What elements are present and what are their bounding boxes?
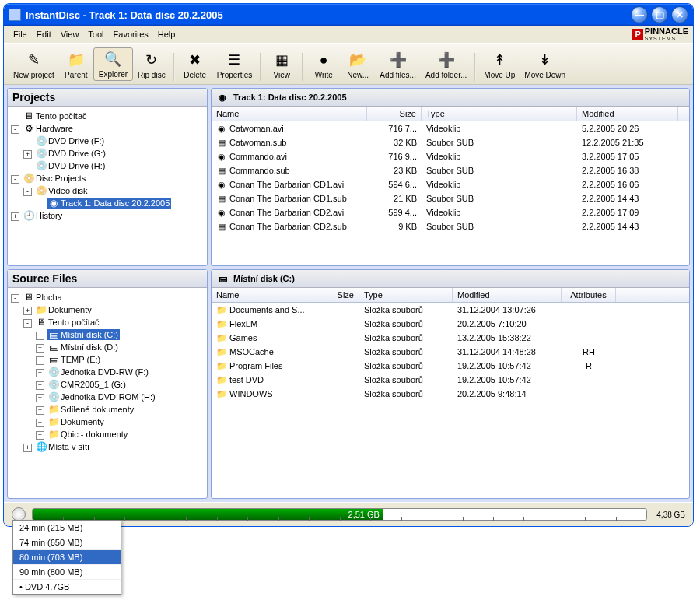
toolbar-add-files-[interactable]: ➕Add files... bbox=[375, 49, 421, 81]
col-name[interactable]: Name bbox=[212, 107, 367, 121]
list-row[interactable]: 📁FlexLMSložka souborů20.2.2005 7:10:20 bbox=[212, 317, 689, 331]
tree-node[interactable]: 📀Disc Projects bbox=[22, 173, 87, 184]
tree-node[interactable]: 📁Dokumenty bbox=[34, 304, 93, 315]
toolbar-parent[interactable]: 📁Parent bbox=[59, 49, 93, 81]
tree-expander[interactable]: + bbox=[36, 431, 44, 440]
col-modified[interactable]: Modified bbox=[453, 288, 562, 302]
tree-node[interactable]: 🖥Plocha bbox=[22, 292, 64, 303]
tree-expander[interactable]: + bbox=[36, 381, 44, 390]
tree-node[interactable]: 🖴Místní disk (D:) bbox=[47, 342, 120, 353]
node-icon: ⚙ bbox=[23, 123, 34, 134]
toolbar-properties[interactable]: ☰Properties bbox=[212, 49, 257, 81]
tree-node[interactable]: 📀Video disk bbox=[34, 185, 89, 196]
close-button[interactable]: ✕ bbox=[671, 6, 688, 23]
tree-node[interactable]: 💿DVD Drive (H:) bbox=[34, 160, 107, 171]
toolbar-explorer[interactable]: 🔍Explorer bbox=[93, 47, 133, 81]
menu-tool[interactable]: Tool bbox=[83, 28, 108, 40]
drive-icon: 🖴 bbox=[216, 272, 229, 285]
toolbar-rip-disc[interactable]: ↻Rip disc bbox=[133, 49, 170, 81]
popup-item[interactable]: 90 min (800 MB) bbox=[13, 564, 121, 579]
list-row[interactable]: 📁Program FilesSložka souborů19.2.2005 10… bbox=[212, 359, 689, 373]
tree-node[interactable]: 🖴Místní disk (C:) bbox=[47, 329, 120, 340]
tree-expander[interactable]: + bbox=[36, 332, 44, 340]
toolbar-write[interactable]: ●Write bbox=[306, 49, 341, 81]
list-row[interactable]: ▤Catwoman.sub32 KBSoubor SUB12.2.2005 21… bbox=[212, 135, 689, 149]
node-label: DVD Drive (H:) bbox=[48, 161, 105, 170]
capacity-max-label: 4,38 GB bbox=[656, 511, 685, 519]
drive-list[interactable]: 📁Documents and S...Složka souborů31.12.2… bbox=[212, 303, 689, 493]
list-row[interactable]: 📁test DVDSložka souborů19.2.2005 10:57:4… bbox=[212, 373, 689, 387]
tree-expander[interactable]: + bbox=[23, 444, 32, 452]
menu-view[interactable]: View bbox=[56, 28, 84, 40]
maximize-button[interactable]: ▢ bbox=[651, 6, 668, 23]
track-list[interactable]: ◉Catwoman.avi716 7...Videoklip5.2.2005 2… bbox=[212, 121, 689, 260]
tree-node[interactable]: 💿CMR2005_1 (G:) bbox=[47, 379, 128, 390]
tree-expander[interactable]: + bbox=[36, 344, 44, 353]
col-size[interactable]: Size bbox=[320, 288, 359, 302]
col-size[interactable]: Size bbox=[367, 107, 422, 121]
menu-help[interactable]: Help bbox=[153, 28, 180, 40]
tree-expander[interactable]: + bbox=[23, 307, 32, 315]
minimize-button[interactable]: — bbox=[631, 6, 648, 23]
list-row[interactable]: ◉Catwoman.avi716 7...Videoklip5.2.2005 2… bbox=[212, 121, 689, 135]
col-type[interactable]: Type bbox=[359, 288, 453, 302]
tree-expander[interactable]: + bbox=[36, 369, 44, 377]
menu-file[interactable]: File bbox=[9, 28, 32, 40]
tree-expander[interactable]: - bbox=[23, 188, 32, 196]
tree-expander[interactable]: - bbox=[11, 175, 19, 184]
tree-node[interactable]: 💿DVD Drive (G:) bbox=[34, 148, 107, 159]
tree-expander[interactable]: + bbox=[11, 212, 19, 221]
toolbar-add-folder-[interactable]: ➕Add folder... bbox=[421, 49, 471, 81]
toolbar-delete[interactable]: ✖Delete bbox=[178, 49, 212, 81]
tree-node[interactable]: 📁Sdílené dokumenty bbox=[47, 404, 135, 415]
tree-node[interactable]: 💿Jednotka DVD-ROM (H:) bbox=[47, 391, 157, 402]
tree-expander[interactable]: + bbox=[36, 394, 44, 402]
tree-node[interactable]: ⚙Hardware bbox=[22, 123, 75, 134]
toolbar-move-up[interactable]: ↟Move Up bbox=[479, 49, 520, 81]
toolbar-move-down[interactable]: ↡Move Down bbox=[520, 49, 570, 81]
tree-expander[interactable]: + bbox=[36, 356, 44, 365]
tree-expander[interactable]: - bbox=[23, 319, 32, 328]
tree-expander[interactable]: + bbox=[23, 150, 32, 159]
toolbar-view[interactable]: ▦View bbox=[264, 49, 299, 81]
source-tree[interactable]: - 🖥Plocha+ 📁Dokumenty- 🖥Tento počítač+ 🖴… bbox=[8, 288, 207, 498]
tree-node[interactable]: 💿Jednotka DVD-RW (F:) bbox=[47, 367, 150, 377]
tree-node[interactable]: 🕘History bbox=[22, 210, 64, 221]
popup-item[interactable]: 80 min (703 MB) bbox=[13, 549, 121, 564]
list-row[interactable]: 📁Documents and S...Složka souborů31.12.2… bbox=[212, 303, 689, 317]
menu-edit[interactable]: Edit bbox=[32, 28, 56, 40]
list-row[interactable]: ◉Commando.avi716 9...Videoklip3.2.2005 1… bbox=[212, 149, 689, 163]
tree-node[interactable]: ◉Track 1: Data disc 20.2.2005 bbox=[47, 198, 171, 209]
list-row[interactable]: 📁WINDOWSSložka souborů20.2.2005 9:48:14 bbox=[212, 387, 689, 401]
popup-item[interactable]: 74 min (650 MB) bbox=[13, 535, 121, 549]
tree-expander[interactable]: + bbox=[36, 419, 44, 427]
tree-node[interactable]: 🖥Tento počítač bbox=[34, 317, 100, 328]
list-row[interactable]: ▤Conan The Barbarian CD2.sub9 KBSoubor S… bbox=[212, 219, 689, 233]
capacity-popup[interactable]: 24 min (215 MB)74 min (650 MB)80 min (70… bbox=[12, 520, 121, 595]
list-row[interactable]: ▤Commando.sub23 KBSoubor SUB2.2.2005 16:… bbox=[212, 163, 689, 177]
tree-node[interactable]: 🌐Místa v síti bbox=[34, 441, 91, 452]
tree-node[interactable]: 📁Qbic - dokumenty bbox=[47, 429, 129, 440]
col-attributes[interactable]: Attributes bbox=[562, 288, 616, 302]
col-modified[interactable]: Modified bbox=[577, 107, 678, 121]
col-name[interactable]: Name bbox=[212, 288, 320, 302]
tree-node[interactable]: 💿DVD Drive (F:) bbox=[34, 135, 106, 146]
col-type[interactable]: Type bbox=[422, 107, 577, 121]
tree-expander[interactable]: + bbox=[36, 406, 44, 415]
list-row[interactable]: ◉Conan The Barbarian CD2.avi599 4...Vide… bbox=[212, 205, 689, 219]
tree-node[interactable]: 🖴TEMP (E:) bbox=[47, 354, 102, 365]
list-row[interactable]: ▤Conan The Barbarian CD1.sub21 KBSoubor … bbox=[212, 191, 689, 205]
list-row[interactable]: ◉Conan The Barbarian CD1.avi594 6...Vide… bbox=[212, 177, 689, 191]
list-row[interactable]: 📁GamesSložka souborů13.2.2005 15:38:22 bbox=[212, 331, 689, 345]
popup-item[interactable]: 24 min (215 MB) bbox=[13, 521, 121, 535]
projects-tree[interactable]: 🖥Tento počítač- ⚙Hardware 💿DVD Drive (F:… bbox=[8, 107, 207, 265]
tree-node[interactable]: 📁Dokumenty bbox=[47, 416, 106, 427]
toolbar-new-project[interactable]: ✎New project bbox=[9, 49, 59, 81]
tree-node[interactable]: 🖥Tento počítač bbox=[22, 111, 88, 121]
popup-item[interactable]: DVD 4.7GB bbox=[13, 579, 121, 594]
menu-favorites[interactable]: Favorites bbox=[109, 28, 153, 40]
tree-expander[interactable]: - bbox=[11, 125, 19, 134]
tree-expander[interactable]: - bbox=[11, 294, 19, 303]
list-row[interactable]: 📁MSOCacheSložka souborů31.12.2004 14:48:… bbox=[212, 345, 689, 359]
toolbar-new-[interactable]: 📂New... bbox=[341, 49, 375, 81]
